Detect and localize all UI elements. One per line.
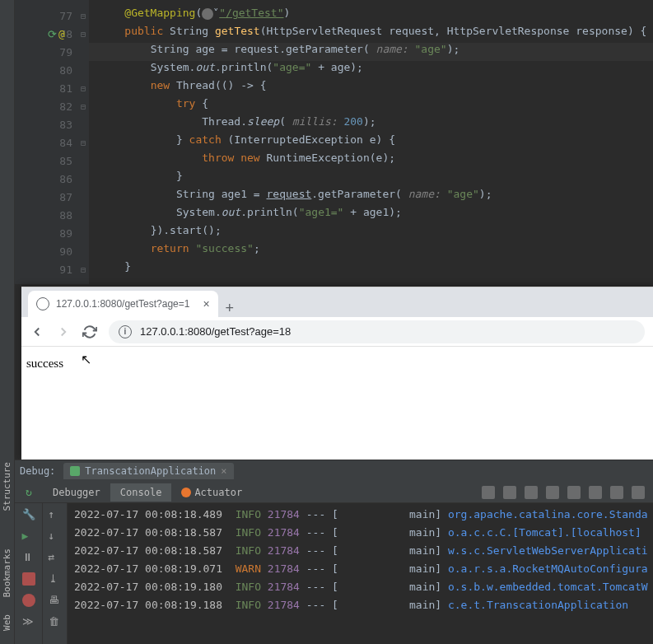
gutter-marker-icon[interactable]: ⟳@: [48, 28, 65, 40]
code-editor[interactable]: 77⊟ ⟳@78⊟ 79 80 81⊟ 82⊟ 83 84⊟ 85 86 87 …: [15, 0, 653, 284]
log-line: 2022-07-17 00:08:18.587 INFO 21784 --- […: [74, 526, 646, 544]
tab-console[interactable]: Console: [110, 483, 172, 502]
scroll-icon[interactable]: ⤓: [49, 572, 62, 586]
wrench-icon[interactable]: 🔧: [22, 508, 35, 521]
line-number: 89: [52, 227, 72, 240]
gear-icon[interactable]: [202, 8, 213, 20]
run-config-name: TranscationApplication: [85, 465, 216, 477]
down-icon[interactable]: ↓: [49, 530, 62, 543]
rerun-icon[interactable]: ↻: [26, 486, 32, 498]
toolbar-icon[interactable]: [503, 486, 516, 499]
line-number: 91: [52, 264, 72, 276]
debug-toolbar: [482, 486, 653, 499]
fold-icon[interactable]: ⊟: [81, 12, 86, 21]
tab-actuator[interactable]: Actuator: [171, 483, 252, 502]
more-icon[interactable]: ≫: [22, 615, 35, 628]
line-number: 80: [52, 64, 72, 77]
fold-icon[interactable]: ⊟: [81, 30, 86, 39]
code-content[interactable]: @GetMapping(˅"/getTest") public String g…: [89, 0, 653, 284]
run-config-icon: [70, 466, 80, 476]
fold-icon[interactable]: ⊟: [81, 102, 86, 111]
run-config-tab[interactable]: TranscationApplication ×: [63, 463, 233, 479]
fold-icon[interactable]: ⊟: [81, 265, 86, 274]
url-text: 127.0.0.1:8080/getTest?age=18: [140, 325, 291, 338]
browser-toolbar: i 127.0.0.1:8080/getTest?age=18: [21, 317, 653, 347]
browser-window: 127.0.0.1:8080/getTest?age=1 × + i 127.0…: [21, 287, 653, 460]
sidebar-web[interactable]: Web: [0, 609, 14, 636]
close-icon[interactable]: ×: [221, 465, 226, 477]
browser-tab[interactable]: 127.0.0.1:8080/getTest?age=1 ×: [28, 291, 218, 317]
debug-side-toolbar: 🔧 ▶ ⏸ ≫: [15, 503, 43, 644]
reload-button[interactable]: [82, 324, 97, 339]
print-icon[interactable]: 🖶: [49, 594, 62, 607]
toolbar-icon[interactable]: [567, 486, 581, 499]
globe-icon: [36, 297, 49, 310]
toolbar-icon[interactable]: [482, 486, 495, 499]
up-icon[interactable]: ↑: [49, 508, 62, 521]
stop-icon[interactable]: [22, 572, 35, 586]
toolbar-icon[interactable]: [525, 486, 538, 499]
log-line: 2022-07-17 00:08:19.188 INFO 21784 --- […: [74, 599, 646, 617]
toolbar-icon[interactable]: [632, 486, 645, 499]
info-icon[interactable]: i: [119, 325, 132, 338]
tab-title: 127.0.0.1:8080/getTest?age=1: [56, 298, 189, 310]
toolbar-icon[interactable]: [546, 486, 559, 499]
ide-left-sidebar: Structure Bookmarks Web: [0, 0, 15, 644]
line-number: 84: [52, 137, 72, 149]
line-number: 77: [52, 10, 72, 22]
tab-debugger[interactable]: Debugger: [43, 483, 110, 502]
response-text: success: [26, 357, 63, 370]
resume-icon[interactable]: ▶: [22, 530, 35, 543]
debug-label: Debug:: [20, 465, 55, 477]
breakpoints-icon[interactable]: [22, 594, 35, 607]
debug-header: Debug: TranscationApplication ×: [15, 460, 653, 482]
toolbar-icon[interactable]: [610, 486, 623, 499]
address-bar[interactable]: i 127.0.0.1:8080/getTest?age=18: [109, 320, 645, 343]
line-number: 81: [52, 82, 72, 95]
editor-gutter: 77⊟ ⟳@78⊟ 79 80 81⊟ 82⊟ 83 84⊟ 85 86 87 …: [15, 0, 89, 284]
new-tab-button[interactable]: +: [218, 300, 241, 317]
line-number: 85: [52, 155, 72, 167]
forward-button[interactable]: [56, 324, 71, 339]
sidebar-structure[interactable]: Structure: [0, 457, 14, 516]
debug-panel: Debug: TranscationApplication × ↻ Debugg…: [15, 460, 653, 644]
line-number: 90: [52, 245, 72, 258]
console-side-toolbar: ↑ ↓ ⇄ ⤓ 🖶 🗑: [43, 503, 68, 644]
fold-icon[interactable]: ⊟: [81, 138, 86, 147]
wrap-icon[interactable]: ⇄: [49, 551, 62, 564]
sidebar-bookmarks[interactable]: Bookmarks: [0, 544, 14, 603]
page-body: success: [21, 347, 653, 380]
line-number: 79: [52, 46, 72, 58]
line-number: 86: [52, 173, 72, 185]
line-number: 88: [52, 209, 72, 222]
trash-icon[interactable]: 🗑: [49, 615, 62, 628]
console-output[interactable]: 2022-07-17 00:08:18.489 INFO 21784 --- […: [68, 503, 653, 644]
actuator-icon: [181, 488, 191, 497]
fold-icon[interactable]: ⊟: [81, 84, 86, 93]
line-number: 83: [52, 119, 72, 131]
log-line: 2022-07-17 00:08:19.180 INFO 21784 --- […: [74, 581, 646, 599]
close-tab-icon[interactable]: ×: [203, 297, 209, 310]
browser-tab-strip: 127.0.0.1:8080/getTest?age=1 × +: [21, 287, 653, 317]
toolbar-icon[interactable]: [589, 486, 602, 499]
line-number: 87: [52, 191, 72, 203]
pause-icon[interactable]: ⏸: [22, 551, 35, 564]
log-line: 2022-07-17 00:08:18.489 INFO 21784 --- […: [74, 508, 646, 526]
debug-sub-tabs: ↻ Debugger Console Actuator: [15, 482, 653, 503]
back-button[interactable]: [30, 324, 44, 339]
log-line: 2022-07-17 00:08:18.587 INFO 21784 --- […: [74, 544, 646, 562]
log-line: 2022-07-17 00:08:19.071 WARN 21784 --- […: [74, 562, 646, 581]
line-number: 82: [52, 100, 72, 113]
